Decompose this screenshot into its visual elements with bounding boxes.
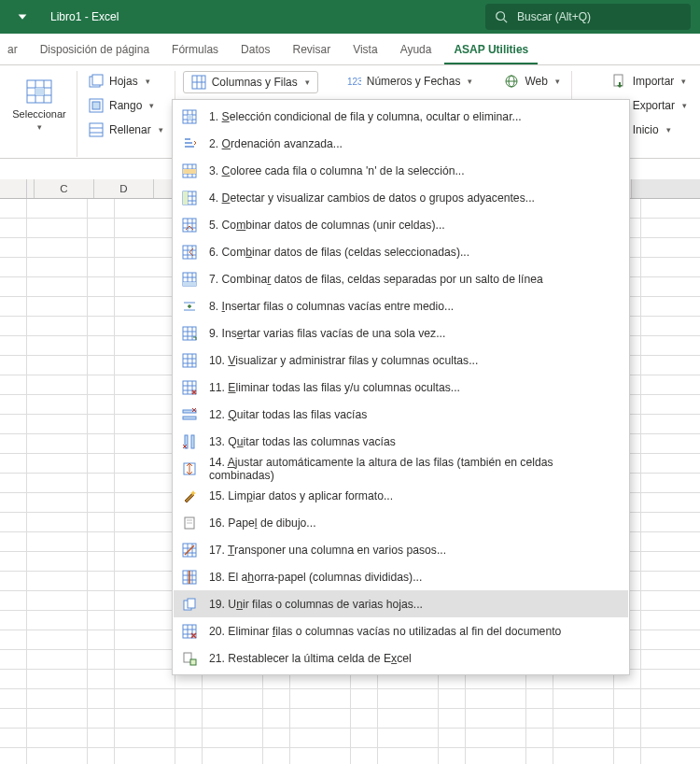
menu-item-label: 3. Coloree cada fila o columna 'n' de la… [209, 164, 465, 177]
autoheight-icon [181, 460, 198, 477]
menu-item-label: 16. Papel de dibujo... [209, 516, 316, 530]
menu-item-7[interactable]: 7. Combinar datos de filas, celdas separ… [174, 265, 628, 292]
svg-rect-43 [183, 219, 196, 232]
tab-vista[interactable]: Vista [343, 35, 386, 64]
menu-item-5[interactable]: 5. Combinar datos de columnas (unir celd… [174, 211, 628, 238]
menu-item-14[interactable]: 14. Ajustar automáticamente la altura de… [174, 455, 628, 482]
svg-rect-9 [92, 75, 103, 85]
columns-rows-icon [191, 75, 206, 90]
menu-item-label: 17. Transponer una columna en varios pas… [209, 544, 446, 557]
columnas-filas-button[interactable]: Columnas y Filas▾ [183, 71, 318, 93]
seleccionar-button[interactable]: Seleccionar▾ [9, 71, 69, 136]
menu-item-12[interactable]: 12. Quitar todas las filas vacías [174, 401, 628, 428]
menu-item-label: 8. Insertar filas o columnas vacías entr… [209, 300, 454, 313]
svg-rect-36 [183, 169, 196, 174]
menu-item-9[interactable]: 9. Insertar varias filas vacías de una s… [174, 319, 628, 347]
tab-datos[interactable]: Datos [231, 35, 279, 64]
svg-rect-42 [183, 191, 188, 205]
search-placeholder: Buscar (Alt+Q) [517, 10, 591, 23]
menu-item-17[interactable]: 17. Transponer una columna en varios pas… [174, 536, 628, 563]
merge-rows-icon [181, 244, 198, 261]
grid-color-icon [181, 163, 198, 179]
menu-item-6[interactable]: 6. Combinar datos de filas (celdas selec… [174, 238, 628, 265]
hojas-button[interactable]: Hojas▾ [85, 71, 167, 92]
menu-item-label: 13. Quitar todas las columnas vacías [209, 435, 396, 448]
col-header[interactable]: D [94, 179, 154, 198]
menu-item-13[interactable]: 13. Quitar todas las columnas vacías [174, 428, 628, 455]
svg-rect-30 [188, 115, 192, 120]
window-title: Libro1 - Excel [50, 10, 119, 23]
svg-rect-79 [191, 435, 194, 448]
wand-icon [181, 488, 198, 504]
menu-item-label: 11. Eliminar todas las filas y/u columna… [209, 381, 460, 394]
merge-break-icon [181, 271, 198, 288]
tab-partial[interactable]: ar [6, 35, 27, 64]
menu-item-16[interactable]: 16. Papel de dibujo... [174, 509, 628, 536]
grid-del-cols-icon [181, 433, 198, 450]
svg-rect-7 [35, 88, 44, 95]
sheets-icon [89, 74, 104, 89]
menu-item-label: 1. Selección condicional de fila y colum… [209, 110, 522, 123]
grid-del-rows-icon [181, 406, 198, 423]
menu-item-20[interactable]: 20. Eliminar filas o columnas vacías no … [174, 617, 628, 644]
tab-revisar[interactable]: Revisar [283, 35, 340, 64]
col-header[interactable] [27, 179, 35, 198]
menu-item-label: 6. Combinar datos de filas (celdas selec… [209, 246, 469, 259]
numeros-fechas-button[interactable]: 123Números y Fechas▾ [343, 71, 477, 92]
menu-item-label: 21. Restablecer la última celda de Excel [209, 652, 412, 665]
rango-button[interactable]: Rango▾ [85, 95, 167, 116]
menu-item-2[interactable]: 2. Ordenación avanzada... [174, 130, 628, 157]
transpose-icon [181, 542, 198, 559]
menu-item-15[interactable]: 15. Limpiar datos y aplicar formato... [174, 482, 628, 509]
svg-rect-77 [183, 417, 196, 419]
menu-item-label: 14. Ajustar automáticamente la altura de… [209, 456, 619, 482]
menu-item-10[interactable]: 10. Visualizar y administrar filas y col… [174, 347, 628, 374]
web-button[interactable]: Web▾ [500, 71, 563, 92]
svg-rect-61 [183, 327, 196, 340]
sort-icon [181, 135, 198, 152]
svg-rect-66 [183, 354, 196, 367]
menu-item-11[interactable]: 11. Eliminar todas las filas y/u columna… [174, 374, 628, 401]
menu-item-8[interactable]: 8. Insertar filas o columnas vacías entr… [174, 292, 628, 319]
web-icon [504, 74, 519, 89]
grid-insert-icon [181, 325, 198, 342]
grid-del-hidden-icon [181, 379, 198, 396]
menu-item-label: 20. Eliminar filas o columnas vacías no … [209, 625, 561, 638]
col-header[interactable]: C [35, 179, 94, 198]
menu-item-19[interactable]: 19. Unir filas o columnas de varias hoja… [174, 590, 628, 617]
tab-asap-utilities[interactable]: ASAP Utilities [444, 35, 538, 64]
range-icon [89, 98, 104, 113]
rellenar-button[interactable]: Rellenar▾ [85, 120, 167, 140]
menu-item-label: 4. Detectar y visualizar cambios de dato… [209, 191, 535, 205]
menu-item-4[interactable]: 4. Detectar y visualizar cambios de dato… [174, 184, 628, 211]
svg-rect-58 [183, 282, 196, 286]
merge-cols-icon [181, 217, 198, 233]
paper-icon [181, 515, 198, 531]
menu-item-18[interactable]: 18. El ahorra-papel (columnas divididas)… [174, 563, 628, 590]
reset-cell-icon [181, 650, 198, 667]
grid-select-icon [181, 108, 198, 125]
title-bar: Libro1 - Excel Buscar (Alt+Q) [0, 0, 700, 34]
svg-line-1 [504, 20, 508, 23]
import-icon [612, 74, 627, 89]
menu-item-label: 2. Ordenación avanzada... [209, 137, 343, 150]
menu-item-21[interactable]: 21. Restablecer la última celda de Excel [174, 644, 628, 672]
menu-item-label: 12. Quitar todas las filas vacías [209, 408, 367, 421]
search-box[interactable]: Buscar (Alt+Q) [485, 4, 691, 30]
tab-f-rmulas[interactable]: Fórmulas [162, 35, 228, 64]
importar-button[interactable]: Importar▾ [609, 71, 691, 92]
svg-point-0 [497, 12, 505, 21]
grid-manage-icon [181, 352, 198, 369]
menu-item-1[interactable]: 1. Selección condicional de fila y colum… [174, 103, 628, 130]
col-header[interactable] [0, 179, 27, 198]
tab-ayuda[interactable]: Ayuda [391, 35, 441, 64]
ribbon-tabs: ar Disposición de páginaFórmulasDatosRev… [0, 34, 700, 65]
tab-disposici-n-de-p-gina[interactable]: Disposición de página [31, 35, 159, 64]
qat-customize-button[interactable] [9, 4, 35, 30]
svg-rect-96 [188, 599, 195, 608]
menu-item-label: 19. Unir filas o columnas de varias hoja… [209, 598, 423, 611]
menu-item-3[interactable]: 3. Coloree cada fila o columna 'n' de la… [174, 157, 628, 184]
menu-item-label: 5. Combinar datos de columnas (unir celd… [209, 219, 445, 232]
columns-rows-menu: 1. Selección condicional de fila y colum… [172, 99, 630, 675]
insert-between-icon [181, 298, 198, 315]
